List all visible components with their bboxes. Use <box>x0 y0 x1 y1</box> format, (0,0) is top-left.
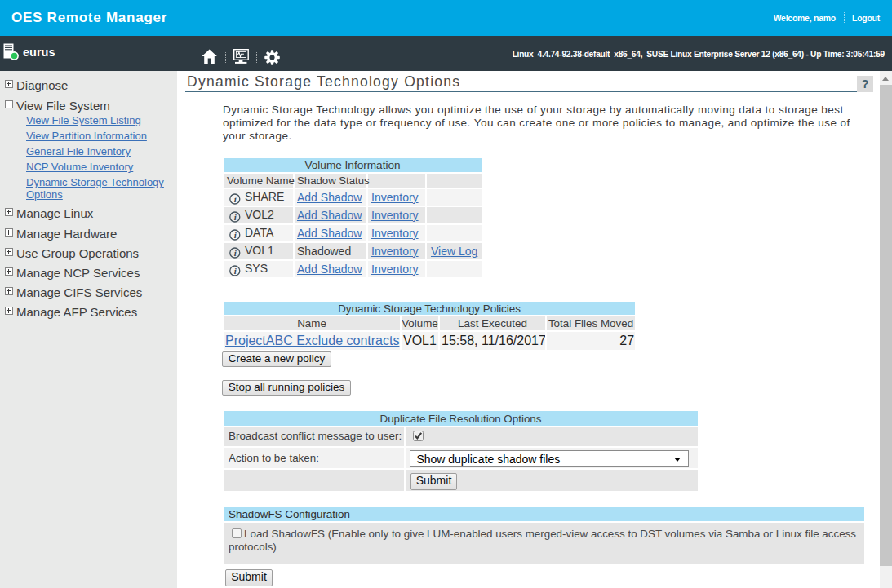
svg-text:i: i <box>234 211 237 221</box>
svg-text:i: i <box>234 265 237 275</box>
svg-text:i: i <box>234 193 237 203</box>
svg-text:i: i <box>234 247 237 257</box>
svg-text:i: i <box>234 229 237 239</box>
